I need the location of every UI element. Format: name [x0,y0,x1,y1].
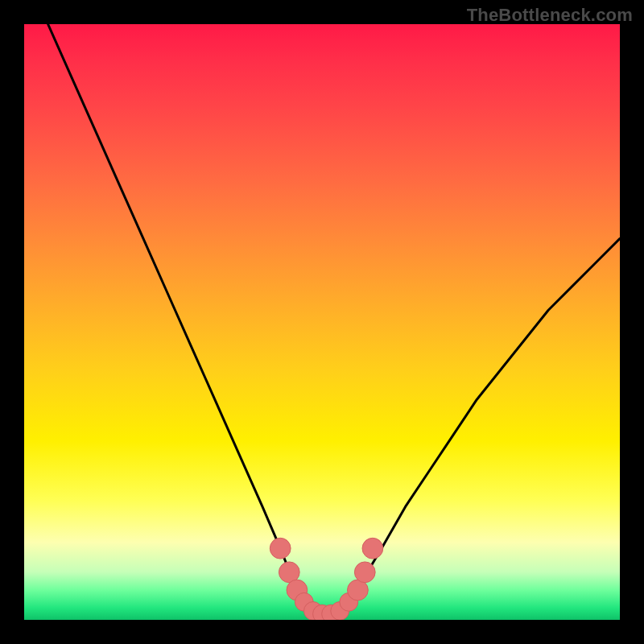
curve-path [48,24,620,614]
plot-area [24,24,620,620]
curve-marker [362,538,383,559]
bottleneck-curve [48,24,620,614]
chart-frame: TheBottleneck.com [0,0,644,644]
curve-marker [270,538,291,559]
curve-marker [354,562,375,583]
watermark-text: TheBottleneck.com [467,5,633,26]
chart-svg [24,24,620,620]
marker-group [270,538,382,620]
